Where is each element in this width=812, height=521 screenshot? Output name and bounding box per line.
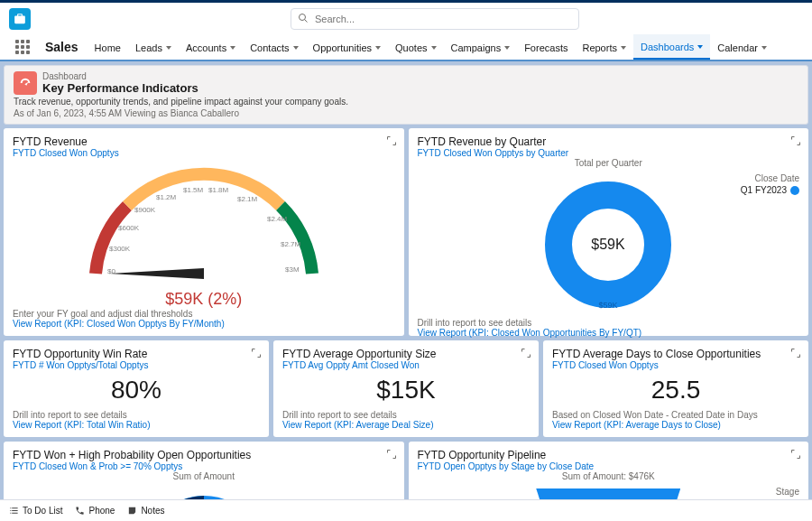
svg-text:$1.5M: $1.5M: [183, 186, 204, 194]
chevron-down-icon: [375, 46, 381, 50]
chevron-down-icon: [431, 46, 437, 50]
app-name: Sales: [36, 34, 88, 60]
nav-item-calendar[interactable]: Calendar: [710, 34, 774, 60]
app-launcher-icon[interactable]: [9, 34, 36, 60]
chevron-down-icon: [293, 46, 299, 50]
svg-text:$2.4M: $2.4M: [267, 215, 288, 223]
expand-icon[interactable]: [790, 135, 801, 148]
donut-chart: $59K $59K: [540, 177, 676, 312]
chart-title: Total per Quarter: [418, 158, 800, 168]
utility-bar: To Do List Phone Notes: [0, 499, 812, 521]
nav-item-dashboards[interactable]: Dashboards: [633, 34, 710, 60]
nav-item-leads[interactable]: Leads: [128, 34, 179, 60]
legend-title: Stage: [725, 487, 799, 497]
app-icon: [9, 8, 31, 30]
card-subtitle: FYTD Open Opptys by Stage by Close Date: [418, 461, 800, 471]
dashboard-icon: [14, 71, 37, 95]
svg-text:$59K: $59K: [592, 237, 626, 252]
card-footer: Drill into report to see details: [282, 410, 530, 420]
svg-text:$300K: $300K: [109, 245, 131, 253]
nav-item-accounts[interactable]: Accounts: [179, 34, 243, 60]
card-footer: Based on Closed Won Date - Created Date …: [552, 410, 799, 420]
card-footer: Enter your FY goal and adjust dial thres…: [13, 309, 395, 319]
card-title: FYTD Revenue: [13, 135, 395, 148]
gauge-chart: $0 $300K $600K $900K $1.2M $1.5M $1.8M $…: [64, 165, 344, 283]
chevron-down-icon: [230, 46, 235, 50]
phone-button[interactable]: Phone: [75, 506, 115, 516]
svg-text:$0: $0: [107, 267, 115, 275]
expand-icon[interactable]: [521, 348, 531, 360]
legend-title: Close Date: [741, 173, 799, 183]
metric-value: 80%: [13, 376, 260, 405]
chart-title: Sum of Amount: [13, 471, 395, 481]
svg-text:$900K: $900K: [134, 206, 156, 214]
card-fytd-revenue: FYTD Revenue FYTD Closed Won Opptys $0 $…: [4, 128, 404, 336]
card-win-rate: FYTD Opportunity Win Rate FYTD # Won Opp…: [4, 340, 269, 437]
dashboard-title: Key Performance Indicators: [42, 81, 198, 95]
svg-point-0: [300, 14, 306, 20]
dashboard-eyebrow: Dashboard: [42, 71, 198, 81]
svg-text:$2.7M: $2.7M: [281, 240, 301, 248]
dashboard-header: Dashboard Key Performance Indicators Tra…: [4, 65, 808, 125]
chevron-down-icon: [761, 46, 767, 50]
chevron-down-icon: [621, 46, 626, 50]
card-title: FYTD Opportunity Win Rate: [13, 348, 260, 360]
expand-icon[interactable]: [386, 449, 397, 461]
card-title: FYTD Opportunity Pipeline: [418, 449, 800, 461]
nav-item-quotes[interactable]: Quotes: [388, 34, 443, 60]
svg-text:$2.1M: $2.1M: [237, 195, 258, 203]
view-report-link[interactable]: View Report (KPI: Closed Won Opportuniti…: [418, 328, 800, 338]
nav-item-forecasts[interactable]: Forecasts: [517, 34, 575, 60]
svg-text:$1.8M: $1.8M: [208, 186, 229, 194]
todo-list-button[interactable]: To Do List: [9, 506, 62, 516]
card-subtitle: FYTD Closed Won Opptys: [13, 148, 395, 158]
view-report-link[interactable]: View Report (KPI: Total Win Ratio): [13, 420, 260, 430]
expand-icon[interactable]: [790, 449, 801, 461]
gauge-value: $59K (2%): [13, 290, 395, 309]
card-subtitle: FYTD Closed Won & Prob >= 70% Opptys: [13, 461, 395, 471]
card-footer: Drill into report to see details: [13, 410, 260, 420]
card-title: FYTD Won + High Probability Open Opportu…: [13, 449, 395, 461]
card-subtitle: FYTD Closed Won Opptys: [552, 360, 799, 370]
card-subtitle: FYTD Closed Won Opptys by Quarter: [418, 148, 800, 158]
chevron-down-icon: [504, 46, 510, 50]
card-title: FYTD Average Days to Close Opportunities: [552, 348, 799, 360]
svg-line-1: [305, 19, 308, 22]
card-subtitle: FYTD Avg Oppty Amt Closed Won: [282, 360, 530, 370]
svg-text:$3M: $3M: [285, 265, 300, 274]
card-subtitle: FYTD # Won Opptys/Total Opptys: [13, 360, 260, 370]
expand-icon[interactable]: [790, 348, 801, 360]
view-report-link[interactable]: View Report (KPI: Average Deal Size): [282, 420, 530, 430]
chart-title: Sum of Amount: $476K: [418, 471, 800, 481]
nav-item-contacts[interactable]: Contacts: [243, 34, 305, 60]
chevron-down-icon: [166, 46, 171, 50]
global-search-input[interactable]: [291, 8, 579, 30]
nav-item-reports[interactable]: Reports: [575, 34, 633, 60]
search-icon: [298, 13, 309, 25]
view-report-link[interactable]: View Report (KPI: Closed Won Opptys By F…: [13, 319, 395, 329]
card-footer: Drill into report to see details: [418, 318, 800, 328]
card-revenue-by-quarter: FYTD Revenue by Quarter FYTD Closed Won …: [409, 128, 809, 336]
view-report-link[interactable]: View Report (KPI: Average Days to Close): [552, 420, 799, 430]
nav-item-campaigns[interactable]: Campaigns: [444, 34, 518, 60]
dashboard-subtitle: Track revenue, opportunity trends, and p…: [14, 97, 798, 107]
metric-value: 25.5: [552, 376, 799, 405]
card-avg-opportunity-size: FYTD Average Opportunity Size FYTD Avg O…: [273, 340, 539, 437]
legend-item: Q1 FY2023: [741, 185, 799, 195]
svg-text:$59K: $59K: [599, 301, 618, 310]
dashboard-stamp: As of Jan 6, 2023, 4:55 AM Viewing as Bi…: [14, 108, 798, 118]
svg-text:$600K: $600K: [118, 224, 140, 232]
card-title: FYTD Average Opportunity Size: [282, 348, 530, 360]
notes-button[interactable]: Notes: [127, 506, 164, 516]
metric-value: $15K: [282, 376, 530, 405]
svg-text:$1.2M: $1.2M: [156, 193, 177, 201]
expand-icon[interactable]: [386, 135, 397, 148]
expand-icon[interactable]: [251, 348, 262, 360]
card-title: FYTD Revenue by Quarter: [418, 135, 800, 148]
card-avg-days-to-close: FYTD Average Days to Close Opportunities…: [543, 340, 808, 437]
chevron-down-icon: [697, 45, 703, 49]
nav-item-opportunities[interactable]: Opportunities: [306, 34, 388, 60]
nav-item-home[interactable]: Home: [88, 34, 128, 60]
